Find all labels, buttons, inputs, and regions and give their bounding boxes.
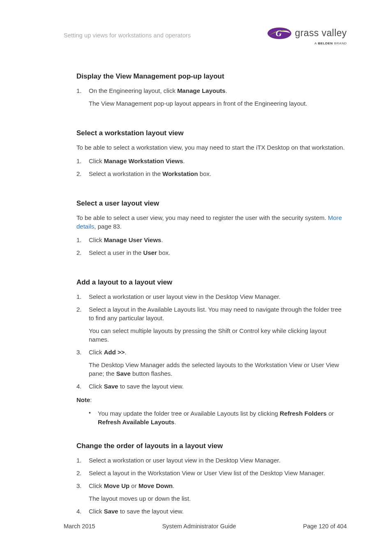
steps-list: Select a workstation or user layout view… xyxy=(76,292,347,391)
note-label: Note: xyxy=(76,395,347,404)
section-intro: To be able to select a user view, you ma… xyxy=(76,213,347,231)
grass-valley-swoosh-icon: G xyxy=(267,26,292,41)
logo-text: grass valley xyxy=(295,28,347,39)
step-subtext: You can select multiple layouts by press… xyxy=(89,326,347,344)
heading-select-user-view: Select a user layout view xyxy=(76,199,347,208)
section-intro: To be able to select a workstation view,… xyxy=(76,143,347,152)
footer-page-number: Page 120 of 404 xyxy=(303,523,347,530)
steps-list: On the Engineering layout, click Manage … xyxy=(76,86,347,108)
heading-add-layout: Add a layout to a layout view xyxy=(76,278,347,287)
logo-top-row: G grass valley xyxy=(267,26,347,41)
steps-list: Click Manage Workstation Views. Select a… xyxy=(76,157,347,178)
step-item: Click Manage User Views. xyxy=(76,236,347,244)
footer-doc-title: System Administrator Guide xyxy=(162,523,236,530)
step-subtext: The Desktop View Manager adds the select… xyxy=(89,361,347,378)
svg-text:G: G xyxy=(276,29,282,38)
step-item: Click Save to save the layout view. xyxy=(76,382,347,391)
note-item: You may update the folder tree or Availa… xyxy=(76,409,347,426)
step-item: On the Engineering layout, click Manage … xyxy=(76,86,347,108)
heading-display-view-management: Display the View Management pop-up layou… xyxy=(76,72,347,81)
content: Display the View Management pop-up layou… xyxy=(76,48,347,516)
page: Setting up views for workstations and op… xyxy=(0,0,392,555)
brand-logo: G grass valley A BELDEN BRAND xyxy=(267,26,347,45)
steps-list: Click Manage User Views. Select a user i… xyxy=(76,236,347,257)
step-subtext: The layout moves up or down the list. xyxy=(89,494,347,503)
note-list: You may update the folder tree or Availa… xyxy=(76,409,347,426)
heading-select-workstation-view: Select a workstation layout view xyxy=(76,129,347,137)
step-item: Select a workstation in the Workstation … xyxy=(76,169,347,178)
step-item: Select a layout in the Available Layouts… xyxy=(76,305,347,344)
step-subtext: The View Management pop-up layout appear… xyxy=(89,99,347,108)
step-item: Click Move Up or Move Down. The layout m… xyxy=(76,481,347,503)
step-item: Select a user in the User box. xyxy=(76,248,347,257)
page-footer: March 2015 System Administrator Guide Pa… xyxy=(64,523,347,530)
step-item: Click Add >>. The Desktop View Manager a… xyxy=(76,348,347,378)
logo-subtext: A BELDEN BRAND xyxy=(314,42,347,45)
heading-change-order: Change the order of layouts in a layout … xyxy=(76,442,347,450)
step-item: Click Manage Workstation Views. xyxy=(76,157,347,165)
footer-date: March 2015 xyxy=(64,523,95,530)
step-item: Select a workstation or user layout view… xyxy=(76,292,347,301)
page-header: Setting up views for workstations and op… xyxy=(64,23,347,48)
steps-list: Select a workstation or user layout view… xyxy=(76,456,347,516)
step-item: Click Save to save the layout view. xyxy=(76,507,347,516)
step-item: Select a workstation or user layout view… xyxy=(76,456,347,465)
header-title: Setting up views for workstations and op… xyxy=(64,32,191,39)
step-item: Select a layout in the Workstation View … xyxy=(76,469,347,477)
